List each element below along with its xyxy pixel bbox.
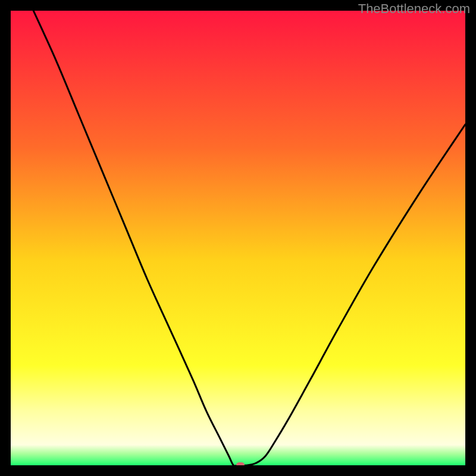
chart-svg <box>11 11 465 465</box>
gradient-background <box>11 11 465 465</box>
watermark-label: TheBottleneck.com <box>358 1 470 17</box>
chart-plot-area <box>11 11 465 465</box>
optimal-point-marker <box>236 462 245 465</box>
